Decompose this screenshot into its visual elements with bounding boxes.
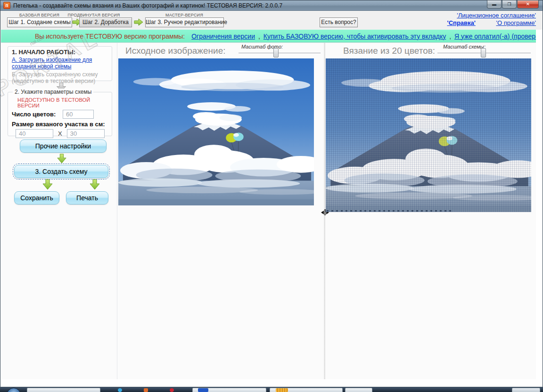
sidebar: 1. НАЧАЛО РАБОТЫ: А. Загрузить изображен…: [4, 43, 117, 380]
trial-unavailable-warning: НЕДОСТУПНО В ТЕСТОВОЙ ВЕРСИИ: [17, 97, 108, 108]
about-link[interactable]: 'О программе': [496, 19, 536, 26]
license-agreement-link[interactable]: 'Лицензионное соглашение': [457, 12, 536, 19]
taskbar-window-button[interactable]: [27, 388, 100, 392]
step-arrow-icon: [134, 18, 143, 26]
tab-step3-manual-edit[interactable]: Шаг 3. Ручное редактирование: [145, 17, 224, 27]
have-question-button[interactable]: Есть вопрос?: [320, 17, 358, 27]
window-title: Петелька - создавайте схемы вязания из В…: [13, 2, 282, 9]
taskbar-app-icon[interactable]: [170, 388, 174, 392]
knitting-scheme-image[interactable]: [326, 58, 531, 212]
colors-count-input[interactable]: [63, 110, 94, 119]
titlebar: п Петелька - создавайте схемы вязания из…: [0, 0, 543, 11]
taskbar-app-icon[interactable]: [198, 388, 208, 392]
edition-label-master: МАСТЕР-ВЕРСИЯ: [145, 13, 223, 17]
result-panel-title: Вязание из 20 цветов:: [343, 46, 435, 56]
create-scheme-button[interactable]: 3. Создать схему: [14, 165, 108, 178]
taskbar-window-button[interactable]: [345, 388, 372, 392]
width-input[interactable]: [16, 129, 53, 138]
window-bottom-frame: [0, 379, 543, 387]
other-settings-button[interactable]: Прочие настройки: [20, 139, 107, 153]
source-panel-title: Исходное изображение:: [125, 46, 226, 56]
load-image-link[interactable]: А. Загрузить изображение для создания но…: [12, 57, 108, 70]
start-work-groupbox: 1. НАЧАЛО РАБОТЫ: А. Загрузить изображен…: [8, 46, 112, 81]
down-arrow-green-icon: [89, 179, 100, 190]
help-link[interactable]: 'Справка': [447, 19, 476, 26]
skype-icon[interactable]: [118, 388, 122, 392]
app-icon: п: [3, 2, 10, 9]
edition-label-advanced: ПРОДВИНУТАЯ ВЕРСИЯ: [56, 13, 132, 17]
tab-step1-create-scheme[interactable]: Шаг 1. Создание схемы: [7, 17, 72, 27]
minimize-button[interactable]: ▬: [487, 0, 502, 8]
source-image[interactable]: [118, 58, 314, 205]
start-orb-icon[interactable]: [7, 388, 21, 392]
partial-stitch-row: [327, 210, 454, 212]
colors-count-label: Число цветов:: [12, 111, 63, 118]
taskbar-app-icon[interactable]: [144, 388, 148, 392]
photo-scale-slider-thumb[interactable]: [273, 48, 279, 57]
mountain-photo: [118, 58, 314, 205]
trial-message: Вы используете ТЕСТОВУЮ версию программы…: [35, 33, 185, 40]
photo-scale-slider-track[interactable]: [239, 53, 321, 54]
buy-basic-version-link[interactable]: Купить БАЗОВУЮ версию, чтобы активироват…: [263, 33, 446, 40]
print-button[interactable]: Печать: [66, 191, 108, 204]
separator: ,: [258, 33, 260, 40]
app-window: п Петелька - создавайте схемы вязания из…: [0, 0, 543, 387]
separator: ,: [449, 33, 451, 40]
height-input[interactable]: [67, 129, 105, 138]
down-arrow-green-icon: [42, 179, 53, 190]
mountain-scheme: [326, 58, 531, 212]
taskbar: [0, 387, 543, 392]
tab-strip: БАЗОВАЯ ВЕРСИЯ ПРОДВИНУТАЯ ВЕРСИЯ МАСТЕР…: [0, 11, 543, 30]
scheme-params-title: 2. Укажите параметры схемы: [13, 89, 93, 95]
scheme-params-groupbox: 2. Укажите параметры схемы НЕДОСТУПНО В …: [8, 92, 112, 136]
already-paid-link[interactable]: Я уже оплатил(-а) (проверка: [454, 33, 536, 40]
close-button[interactable]: ✕: [517, 0, 539, 8]
scheme-scale-label: Масштаб схемы:: [443, 44, 485, 49]
save-button[interactable]: Сохранить: [14, 191, 59, 204]
taskbar-tray[interactable]: [512, 388, 540, 392]
scheme-scale-slider-thumb[interactable]: [481, 48, 486, 57]
down-arrow-green-icon: [56, 154, 67, 164]
restore-button[interactable]: ❐: [502, 0, 517, 8]
start-work-title: 1. НАЧАЛО РАБОТЫ:: [12, 49, 108, 56]
version-limits-link[interactable]: Ограничения версии: [191, 33, 255, 40]
taskbar-app-icon[interactable]: [276, 388, 288, 392]
tab-step2-refine[interactable]: Шаг 2. Доработка: [79, 17, 132, 27]
knit-size-label: Размер вязаного участка в см:: [12, 121, 108, 128]
x-separator: X: [58, 130, 62, 137]
client-area: 1. НАЧАЛО РАБОТЫ: А. Загрузить изображен…: [1, 42, 536, 380]
trial-banner: Вы используете ТЕСТОВУЮ версию программы…: [1, 30, 536, 42]
